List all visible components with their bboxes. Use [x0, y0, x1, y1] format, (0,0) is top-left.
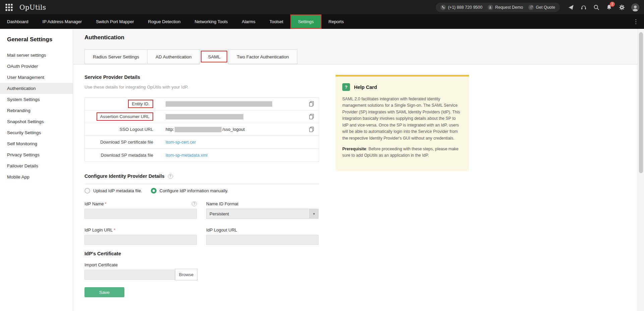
redacted-entity-id-value — [166, 101, 272, 107]
radio-upload-idp-metadata[interactable]: Upload IdP metadata file. — [84, 188, 142, 194]
sso-logout-url-prefix: http: — [166, 127, 174, 132]
acs-url-label-cell: Assertion Consumer URL — [85, 112, 153, 121]
settings-sidebar: General Settings Mail server settings OA… — [0, 29, 73, 311]
sidebar-item-rebranding[interactable]: Rebranding — [0, 105, 73, 116]
page-title: Authentication — [84, 34, 124, 41]
nav-networking-tools[interactable]: Networking Tools — [187, 14, 235, 29]
sidebar-item-security-settings[interactable]: Security Settings — [0, 127, 73, 138]
get-quote-button[interactable]: Get Quote — [528, 5, 555, 10]
top-header: OpUtils (+1) 888 720 9500 Request Demo G… — [0, 0, 644, 14]
table-row-sp-metadata: Download SP metadata file itom-sp-metada… — [85, 149, 319, 161]
notifications-bell-icon[interactable]: 2 — [606, 4, 612, 10]
idp-name-label: IdP Name — [84, 201, 104, 206]
auth-tabs: Radius Server Settings AD Authentication… — [84, 49, 297, 64]
idp-name-label-row: IdP Name* ? — [84, 201, 197, 206]
sidebar-item-self-monitoring[interactable]: Self Monitoring — [0, 138, 73, 149]
tab-ad-authentication[interactable]: AD Authentication — [148, 49, 200, 64]
nav-rogue-detection[interactable]: Rogue Detection — [141, 14, 188, 29]
help-card-title: Help Card — [354, 85, 377, 90]
settings-gear-icon[interactable] — [619, 4, 625, 10]
nav-toolset[interactable]: Toolset — [262, 14, 290, 29]
sp-metadata-download-link[interactable]: itom-sp-metadata.xml — [166, 153, 208, 158]
sidebar-item-system-settings[interactable]: System Settings — [0, 94, 73, 105]
vertical-scrollbar[interactable] — [638, 29, 644, 311]
get-quote-icon — [528, 5, 534, 10]
nav-ip-address-manager[interactable]: IP Address Manager — [36, 14, 89, 29]
nav-dashboard[interactable]: Dashboard — [0, 14, 36, 29]
search-icon[interactable] — [593, 4, 599, 10]
nav-alarms[interactable]: Alarms — [235, 14, 262, 29]
nav-spacer — [351, 14, 628, 29]
phone-number: (+1) 888 720 9500 — [448, 5, 482, 10]
get-quote-label: Get Quote — [536, 5, 555, 10]
chevron-down-icon: ▾ — [309, 209, 318, 218]
copy-acs-url-icon[interactable] — [309, 114, 315, 120]
request-demo-button[interactable]: Request Demo — [488, 5, 523, 10]
apps-grid-icon[interactable] — [5, 4, 13, 11]
save-button[interactable]: Save — [84, 287, 124, 297]
support-headset-icon[interactable] — [580, 4, 587, 10]
sidebar-item-user-management[interactable]: User Management — [0, 72, 73, 83]
idp-name-required-marker: * — [105, 201, 107, 206]
idp-details-heading-row: Configure Identity Provider Details ? — [84, 173, 173, 179]
sp-certificate-value-cell: itom-sp-cert.cer — [153, 140, 319, 145]
browse-button[interactable]: Browse — [175, 269, 197, 280]
request-demo-label: Request Demo — [495, 5, 523, 10]
sidebar-item-privacy-settings[interactable]: Privacy Settings — [0, 149, 73, 160]
sidebar-item-mobile-app[interactable]: Mobile App — [0, 171, 73, 183]
sp-metadata-label: Download SP metadata file — [101, 153, 153, 158]
tab-saml[interactable]: SAML — [200, 49, 229, 64]
scrollbar-thumb[interactable] — [639, 32, 643, 173]
sidebar-title: General Settings — [0, 29, 73, 47]
idp-name-help-icon[interactable]: ? — [192, 201, 197, 206]
help-card-prerequisite-label: Prerequisite — [342, 147, 366, 151]
table-row-entity-id: Entity ID. — [85, 98, 319, 110]
radio-configure-idp-manually-control[interactable] — [151, 188, 157, 194]
annotation-acs-url-label: Assertion Consumer URL — [97, 112, 153, 121]
copy-sso-logout-icon[interactable] — [309, 126, 315, 133]
sidebar-item-mail-server-settings[interactable]: Mail server settings — [0, 50, 73, 61]
idp-login-required-marker: * — [114, 227, 115, 232]
idp-details-help-icon[interactable]: ? — [168, 174, 173, 179]
sidebar-item-oauth-provider[interactable]: OAuth Provider — [0, 61, 73, 72]
entity-id-label-cell: Entity ID. — [85, 100, 153, 108]
radio-upload-idp-metadata-control[interactable] — [84, 188, 90, 194]
idp-login-url-label: IdP Login URL — [84, 227, 113, 232]
main-nav: Dashboard IP Address Manager Switch Port… — [0, 14, 644, 29]
phone-contact[interactable]: (+1) 888 720 9500 — [441, 5, 482, 10]
name-id-format-value: Persistent — [207, 211, 309, 216]
idp-name-input[interactable] — [84, 209, 197, 219]
main-content: Authentication Radius Server Settings AD… — [73, 29, 638, 311]
phone-icon — [441, 5, 446, 10]
sp-details-heading: Service Provider Details — [84, 74, 140, 80]
nav-settings[interactable]: Settings — [290, 14, 321, 29]
sidebar-item-snapshot-settings[interactable]: Snapshot Settings — [0, 116, 73, 127]
import-certificate-input[interactable] — [84, 270, 175, 280]
more-menu-icon[interactable]: ⋮ — [628, 14, 644, 29]
app-logo: OpUtils — [19, 3, 46, 11]
radio-configure-idp-manually[interactable]: Configure IdP information manually. — [151, 188, 228, 194]
nav-reports[interactable]: Reports — [321, 14, 351, 29]
idp-login-url-input[interactable] — [84, 235, 197, 245]
idp-login-url-label-row: IdP Login URL* — [84, 227, 115, 232]
nav-switch-port-mapper[interactable]: Switch Port Mapper — [89, 14, 141, 29]
tab-two-factor-authentication[interactable]: Two Factor Authentication — [229, 49, 297, 64]
redacted-sso-logout-host — [175, 127, 222, 132]
help-card-question-icon: ? — [342, 83, 350, 91]
sp-certificate-download-link[interactable]: itom-sp-cert.cer — [166, 140, 196, 145]
idp-logout-url-input[interactable] — [206, 235, 318, 245]
user-avatar[interactable] — [631, 3, 639, 11]
help-card-prerequisite: Prerequisite: Before proceeding with the… — [342, 146, 462, 159]
radio-configure-idp-manually-label: Configure IdP information manually. — [160, 188, 228, 193]
name-id-format-select[interactable]: Persistent ▾ — [206, 209, 318, 219]
tab-radius-server-settings[interactable]: Radius Server Settings — [84, 49, 148, 64]
topbar-actions: (+1) 888 720 9500 Request Demo Get Quote — [436, 3, 644, 12]
sidebar-item-authentication[interactable]: Authentication — [0, 83, 73, 94]
sp-metadata-label-cell: Download SP metadata file — [85, 153, 153, 158]
saml-panel: Service Provider Details Use these detai… — [73, 64, 638, 311]
redacted-acs-url-value — [166, 114, 243, 119]
send-feedback-icon[interactable] — [568, 4, 574, 10]
sidebar-item-failover-details[interactable]: Failover Details — [0, 160, 73, 171]
tab-saml-label: SAML — [208, 54, 220, 59]
copy-entity-id-icon[interactable] — [309, 101, 315, 107]
